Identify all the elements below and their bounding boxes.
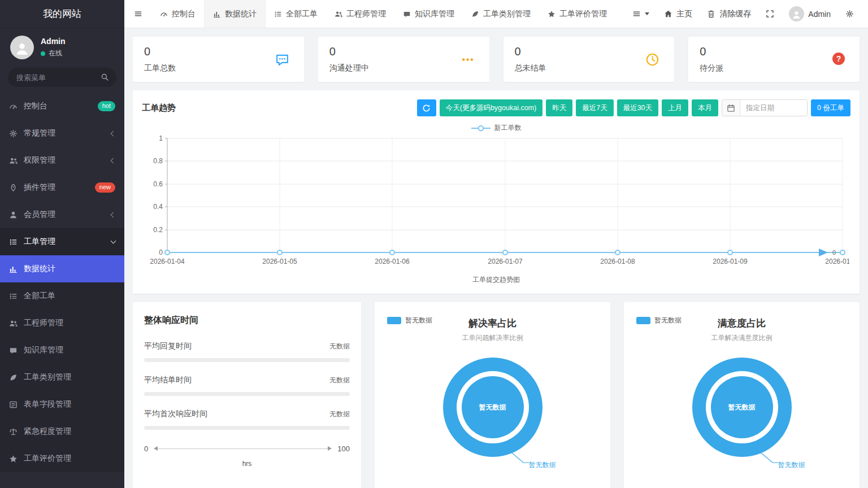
sidebar-user-block: Admin 在线: [0, 28, 124, 66]
stat-label: 待分派: [700, 63, 848, 73]
fullscreen-button[interactable]: [760, 0, 780, 28]
sidebar-item-members[interactable]: 会员管理: [0, 201, 124, 228]
hot-badge: hot: [98, 101, 115, 111]
ticket-count-button[interactable]: 0 份工单: [811, 99, 850, 116]
tab-all-tickets[interactable]: 全部工单: [266, 0, 326, 28]
dashboard-icon: [9, 102, 18, 111]
menu-search: [8, 68, 116, 87]
tab-statistics[interactable]: 数据统计: [204, 0, 266, 28]
chevron-left-icon: [111, 158, 116, 163]
star-icon: [9, 455, 18, 463]
sidebar-item-label: 常规管理: [24, 128, 55, 138]
range-7days-button[interactable]: 最近7天: [576, 99, 613, 116]
tab-label: 全部工单: [286, 9, 318, 19]
comment-icon: [403, 10, 411, 18]
hamburger-icon: [134, 10, 142, 18]
user-name: Admin: [41, 37, 66, 46]
end-value-label: 0: [832, 249, 836, 256]
tab-engineers[interactable]: 工程师管理: [326, 0, 394, 28]
refresh-icon: [422, 104, 431, 112]
page-content: 0 工单总数 0 沟通处理中 0 总未结单 0 待分派 ?: [124, 28, 868, 488]
clear-cache-button[interactable]: 清除缓存: [701, 0, 757, 28]
leaf-icon: [9, 373, 18, 382]
progress-track: [144, 358, 350, 362]
sidebar-subitem-categories[interactable]: 工单类别管理: [0, 364, 124, 391]
response-time-card: 整体响应时间 平均回复时间 无数据 平均结单时间 无数据: [133, 302, 361, 488]
pie-legend[interactable]: 暂无数据: [387, 316, 432, 325]
sidebar-subitem-urgency[interactable]: 紧急程度管理: [0, 418, 124, 445]
line-legend-icon: [471, 125, 491, 132]
pie-legend-label: 暂无数据: [654, 316, 682, 325]
tab-ratings[interactable]: 工单评价管理: [539, 0, 615, 28]
trend-toolbar: 今天(更多源码bygoukai.com) 昨天 最近7天 最近30天 上月 本月…: [417, 99, 850, 116]
y-tick: 0.6: [153, 180, 163, 188]
stat-value: 0: [144, 45, 293, 58]
sidebar-subitem-label: 表单字段管理: [24, 399, 71, 409]
sidebar-subitem-knowledge[interactable]: 知识库管理: [0, 337, 124, 364]
range-thismonth-button[interactable]: 本月: [692, 99, 718, 116]
calendar-icon[interactable]: [722, 100, 740, 116]
range-today-button[interactable]: 今天(更多源码bygoukai.com): [440, 99, 542, 116]
x-tick: 2026-01-10: [825, 258, 849, 265]
user-avatar[interactable]: [10, 36, 34, 59]
stats-row: 0 工单总数 0 沟通处理中 0 总未结单 0 待分派 ?: [133, 37, 860, 82]
range-yesterday-button[interactable]: 昨天: [546, 99, 572, 116]
users-icon: [9, 156, 18, 165]
resolution-rate-card: 暂无数据 解决率占比 工单问题解决率比例 暂无数据 暂无数据: [375, 302, 610, 488]
user-status-label: 在线: [49, 49, 62, 58]
leaf-icon: [471, 10, 479, 18]
refresh-button[interactable]: [417, 99, 436, 116]
tab-categories[interactable]: 工单类别管理: [463, 0, 539, 28]
sidebar-item-permissions[interactable]: 权限管理: [0, 147, 124, 174]
workorders-submenu: 数据统计 全部工单 工程师管理 知识库管理 工单类别管理 表单字段管理: [0, 255, 124, 472]
legend-label: 新工单数: [494, 123, 522, 133]
range-30days-button[interactable]: 最近30天: [617, 99, 658, 116]
rocket-icon: [9, 184, 18, 192]
sidebar-subitem-form-fields[interactable]: 表单字段管理: [0, 391, 124, 418]
sidebar-subitem-label: 数据统计: [24, 264, 55, 274]
sidebar-subitem-statistics[interactable]: 数据统计: [0, 255, 124, 282]
topbar-tabs: 控制台 数据统计 全部工单 工程师管理 知识库管理 工单类别管理: [151, 0, 615, 28]
range-lastmonth-button[interactable]: 上月: [662, 99, 688, 116]
pie-legend[interactable]: 暂无数据: [636, 316, 682, 325]
sidebar-subitem-engineers[interactable]: 工程师管理: [0, 310, 124, 337]
stat-card-pending: 0 待分派 ?: [688, 37, 860, 82]
user-icon: [15, 42, 29, 56]
sidebar-subitem-label: 知识库管理: [24, 345, 63, 355]
stat-label: 沟通处理中: [329, 63, 478, 73]
stat-card-total: 0 工单总数: [133, 37, 304, 82]
callout-label: 暂无数据: [778, 460, 805, 470]
list-icon: [632, 10, 641, 18]
tab-label: 控制台: [172, 9, 196, 19]
progress-track: [144, 392, 350, 396]
chevron-left-icon: [111, 212, 116, 217]
donut-chart: 暂无数据 暂无数据: [443, 358, 542, 457]
sidebar-item-console[interactable]: 控制台 hot: [0, 93, 124, 120]
chevron-left-icon: [111, 130, 116, 136]
tab-console[interactable]: 控制台: [151, 0, 204, 28]
chart-legend[interactable]: 新工单数: [142, 123, 850, 133]
sidebar-item-general[interactable]: 常规管理: [0, 120, 124, 147]
sidebar-item-plugins[interactable]: 插件管理 new: [0, 174, 124, 201]
response-row: 平均回复时间 无数据: [144, 341, 350, 362]
date-input[interactable]: [740, 100, 807, 116]
tab-list-dropdown[interactable]: [626, 0, 656, 28]
home-icon: [664, 10, 672, 18]
donut-center-label: 暂无数据: [711, 376, 773, 438]
trend-header: 工单趋势 今天(更多源码bygoukai.com) 昨天 最近7天 最近30天 …: [142, 99, 850, 116]
question-circle-icon: ?: [832, 53, 845, 65]
sidebar-item-workorders[interactable]: 工单管理: [0, 228, 124, 255]
stat-label: 工单总数: [144, 63, 293, 73]
settings-button[interactable]: [839, 0, 860, 28]
slider-unit-label: hrs: [144, 460, 350, 468]
users-icon: [9, 319, 18, 328]
trend-card: 工单趋势 今天(更多源码bygoukai.com) 昨天 最近7天 最近30天 …: [133, 90, 860, 294]
sidebar-subitem-ratings[interactable]: 工单评价管理: [0, 445, 124, 472]
tab-knowledge[interactable]: 知识库管理: [394, 0, 463, 28]
slider-track[interactable]: [155, 448, 331, 449]
home-link[interactable]: 主页: [658, 0, 698, 28]
user-menu[interactable]: Admin: [783, 0, 837, 28]
tab-label: 工程师管理: [346, 9, 386, 19]
sidebar-toggle-button[interactable]: [124, 0, 151, 28]
sidebar-subitem-all-tickets[interactable]: 全部工单: [0, 282, 124, 310]
